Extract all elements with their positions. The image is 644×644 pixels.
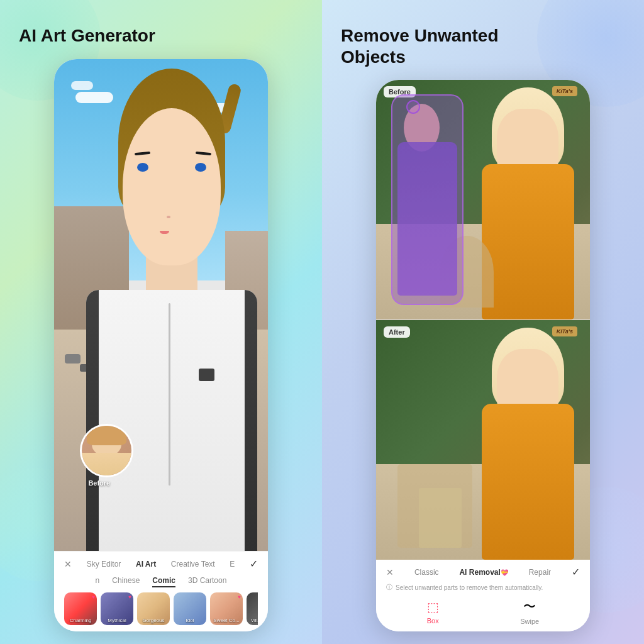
toolbar-more[interactable]: E	[230, 560, 235, 569]
thumb-villain[interactable]: Villain ca...	[247, 592, 258, 625]
ai-art-image-area: Before	[54, 59, 268, 551]
restaurant-sign-before: KiTa's	[552, 86, 577, 96]
anime-mouth	[160, 231, 169, 234]
real-body	[82, 453, 131, 475]
toolbar-creative-text[interactable]: Creative Text	[171, 560, 215, 569]
before-photo-label: Before	[88, 479, 110, 487]
anime-eye-right	[195, 163, 206, 172]
thumb-mythical[interactable]: ♥ Mythical	[101, 592, 133, 625]
left-toolbar: ✕ Sky Editor AI Art Creative Text E ✓ n …	[54, 551, 268, 631]
right-panel: Remove UnwantedObjects KiTa's	[322, 0, 644, 644]
woman-dress-before	[482, 164, 574, 320]
heart-icon-sweet: ♥	[238, 594, 241, 600]
jacket-side-left	[86, 290, 99, 551]
right-phone-mockup: KiTa's	[376, 80, 590, 631]
jacket-zipper	[169, 303, 170, 486]
thumb-idol[interactable]: Idol	[174, 592, 206, 625]
anime-eye-left	[137, 163, 148, 172]
left-phone-mockup: Before ✕ Sky Editor AI Art Creative Text…	[54, 59, 268, 631]
style-thumbnails: ♥ Charming ♥ Mythical Gorgeous Idol ♥ Sw…	[64, 592, 258, 625]
woman-dress-after	[482, 404, 574, 560]
thumb-label-villain: Villain ca...	[247, 618, 258, 623]
check-icon[interactable]: ✓	[250, 558, 258, 570]
box-icon: ⬚	[427, 599, 439, 614]
rt-repair[interactable]: Repair	[529, 568, 551, 577]
box-tool[interactable]: ⬚ Box	[427, 599, 439, 625]
style-options-row: n Chinese Comic 3D Cartoon	[64, 575, 258, 587]
style-comic[interactable]: Comic	[152, 575, 175, 587]
after-label: After	[384, 326, 410, 338]
eyelash-left	[134, 152, 150, 155]
swipe-icon: 〜	[523, 598, 536, 615]
thumb-label-gorgeous: Gorgeous	[137, 618, 170, 623]
info-icon: ⓘ	[386, 583, 392, 592]
hint-text: Select unwanted parts to remove them aut…	[396, 584, 543, 591]
thumb-label-mythical: Mythical	[101, 618, 133, 623]
table-after	[419, 488, 462, 548]
left-panel: AI Art Generator	[0, 0, 322, 644]
woman-after	[477, 320, 579, 560]
eyelash-right	[195, 152, 211, 155]
left-panel-title: AI Art Generator	[19, 25, 155, 47]
toolbar-sky-editor[interactable]: Sky Editor	[87, 560, 121, 569]
thumb-label-idol: Idol	[174, 618, 206, 623]
hint-row: ⓘ Select unwanted parts to remove them a…	[386, 583, 580, 592]
right-panel-title: Remove UnwantedObjects	[341, 25, 499, 67]
before-panel: KiTa's	[376, 80, 590, 319]
toolbar-ai-art[interactable]: AI Art	[136, 560, 156, 569]
real-hair	[87, 426, 126, 446]
style-chinese[interactable]: Chinese	[112, 575, 140, 587]
close-icon[interactable]: ✕	[64, 559, 72, 569]
rt-classic[interactable]: Classic	[414, 568, 439, 577]
thumb-charming[interactable]: ♥ Charming	[64, 592, 97, 625]
heart-icon-charming: ♥	[92, 594, 95, 600]
anime-nose	[167, 216, 170, 218]
cloud-1	[75, 92, 113, 103]
style-n[interactable]: n	[96, 575, 100, 587]
thumb-label-sweet: Sweet Co...	[210, 618, 243, 623]
thumb-sweet[interactable]: ♥ Sweet Co...	[210, 592, 243, 625]
after-scene: KiTa's	[376, 320, 590, 560]
ai-removal-label: AI Removal	[459, 568, 500, 577]
after-panel: KiTa's After	[376, 320, 590, 560]
before-after-container: KiTa's	[376, 80, 590, 560]
jacket-side-right	[245, 290, 257, 551]
style-3d-cartoon[interactable]: 3D Cartoon	[188, 575, 226, 587]
box-label: Box	[427, 617, 439, 625]
car-1	[65, 354, 80, 364]
removal-person	[397, 104, 457, 296]
swipe-tool[interactable]: 〜 Swipe	[520, 598, 539, 625]
rt-ai-removal[interactable]: AI Removal 💝	[459, 568, 508, 577]
right-check-icon[interactable]: ✓	[572, 566, 580, 578]
toolbar-main-row: ✕ Sky Editor AI Art Creative Text E ✓	[64, 558, 258, 570]
anime-face	[123, 108, 221, 265]
thumb-gorgeous[interactable]: Gorgeous	[137, 592, 170, 625]
right-toolbar-main-row: ✕ Classic AI Removal 💝 Repair ✓	[386, 566, 580, 578]
before-circle-photo	[80, 424, 133, 477]
thumb-label-charming: Charming	[64, 618, 97, 623]
anime-jacket	[86, 290, 257, 551]
ai-removal-heart: 💝	[501, 569, 508, 576]
swipe-label: Swipe	[520, 618, 539, 625]
cloud-2	[71, 81, 93, 90]
heart-icon-mythical: ♥	[128, 594, 131, 600]
right-toolbar: ✕ Classic AI Removal 💝 Repair ✓ ⓘ Select…	[376, 560, 590, 631]
right-close-icon[interactable]: ✕	[386, 567, 394, 577]
right-title-text: Remove UnwantedObjects	[341, 26, 499, 67]
removal-brush-overlay	[391, 94, 463, 305]
before-scene: KiTa's	[376, 80, 590, 319]
restaurant-sign-after: KiTa's	[552, 326, 577, 336]
tools-row: ⬚ Box 〜 Swipe	[386, 598, 580, 625]
ua-logo	[199, 369, 214, 381]
